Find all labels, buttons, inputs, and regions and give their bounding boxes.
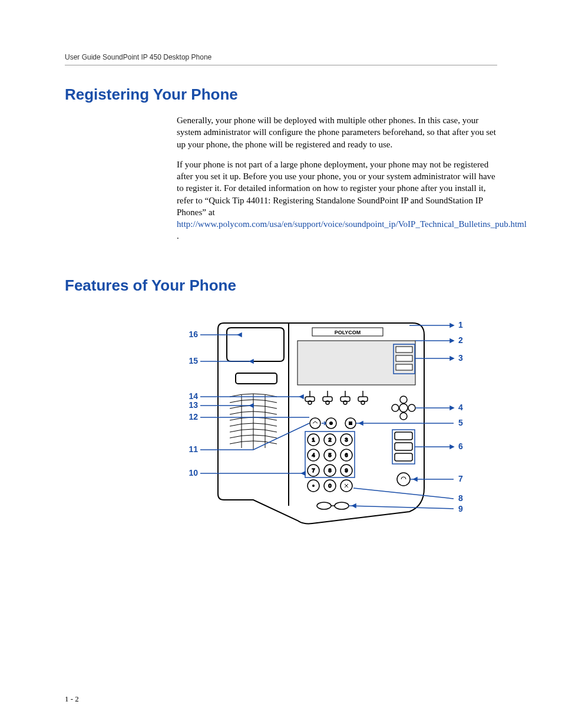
svg-text:9: 9 [345, 467, 348, 473]
svg-point-21 [392, 404, 399, 411]
registering-para2b: . [177, 231, 179, 241]
svg-rect-53 [395, 443, 412, 450]
svg-rect-28 [349, 421, 352, 425]
svg-rect-52 [395, 432, 412, 440]
svg-text:1: 1 [458, 320, 463, 330]
svg-text:10: 10 [189, 468, 198, 477]
key-9: 9 [340, 465, 352, 476]
svg-point-19 [400, 396, 407, 403]
technical-bulletins-link[interactable]: http://www.polycom.com/usa/en/support/vo… [177, 219, 527, 229]
callout-numbers-right: 1 2 3 4 5 6 7 8 9 [458, 320, 463, 513]
key-1: 1 [308, 434, 319, 446]
svg-text:9: 9 [458, 504, 463, 513]
key-0: 0 [324, 480, 336, 492]
svg-text:2: 2 [458, 335, 463, 345]
svg-point-56 [317, 502, 331, 509]
heading-registering: Registering Your Phone [65, 85, 497, 104]
key-8: 8 [324, 465, 336, 476]
brand-label: POLYCOM [312, 328, 383, 336]
key-5: 5 [324, 449, 336, 461]
svg-text:8: 8 [328, 467, 331, 473]
key-6: 6 [340, 449, 352, 461]
line-keys [396, 347, 412, 370]
svg-point-55 [397, 473, 410, 486]
svg-point-24 [310, 418, 320, 429]
registering-para2: If your phone is not part of a large pho… [177, 159, 497, 242]
svg-point-22 [408, 404, 415, 411]
header-title: User Guide SoundPoint IP 450 Desktop Pho… [65, 53, 211, 61]
svg-text:12: 12 [189, 412, 198, 421]
svg-rect-5 [396, 355, 412, 361]
svg-rect-54 [395, 453, 412, 461]
key-7: 7 [308, 465, 319, 476]
svg-point-26 [329, 421, 333, 425]
svg-text:1: 1 [312, 437, 315, 443]
feature-buttons-row [310, 418, 356, 429]
page-number: 1 - 2 [65, 694, 497, 704]
phone-diagram: POLYCOM [177, 305, 497, 541]
svg-text:5: 5 [458, 418, 463, 427]
svg-point-57 [335, 502, 349, 509]
svg-text:14: 14 [189, 391, 198, 401]
svg-text:13: 13 [189, 400, 198, 410]
dial-pad: 1 2 3 4 5 6 7 8 9 0 [308, 434, 352, 492]
key-4: 4 [308, 449, 319, 461]
svg-text:11: 11 [189, 444, 198, 454]
svg-text:4: 4 [312, 452, 315, 458]
phone-diagram-svg: POLYCOM [177, 305, 471, 541]
nav-cluster [392, 396, 415, 420]
softkeys [305, 391, 368, 404]
svg-text:7: 7 [458, 474, 463, 483]
key-3: 3 [340, 434, 352, 446]
svg-text:4: 4 [458, 403, 463, 412]
svg-text:6: 6 [345, 452, 348, 458]
svg-text:15: 15 [189, 356, 198, 365]
svg-rect-4 [396, 347, 412, 353]
headset-button [397, 473, 410, 486]
svg-text:5: 5 [328, 452, 331, 458]
key-star [308, 480, 319, 492]
svg-point-48 [312, 485, 315, 487]
svg-text:8: 8 [458, 493, 463, 503]
heading-features: Features of Your Phone [65, 276, 497, 295]
key-hash [340, 480, 352, 492]
callout-lines-left [200, 333, 309, 475]
page-header: User Guide SoundPoint IP 450 Desktop Pho… [65, 53, 497, 65]
key-2: 2 [324, 434, 336, 446]
svg-text:7: 7 [312, 467, 315, 473]
svg-rect-1 [236, 373, 277, 384]
svg-text:3: 3 [345, 437, 348, 443]
svg-text:16: 16 [189, 330, 198, 339]
registering-para1: Generally, your phone will be deployed w… [177, 114, 497, 150]
registering-body: Generally, your phone will be deployed w… [177, 114, 497, 242]
svg-point-20 [400, 413, 407, 420]
registering-para2a: If your phone is not part of a large pho… [177, 160, 495, 217]
svg-text:POLYCOM: POLYCOM [335, 330, 361, 335]
volume-rocker [317, 502, 349, 509]
right-feature-keys [395, 432, 412, 461]
svg-text:2: 2 [328, 437, 331, 443]
svg-point-23 [399, 404, 408, 412]
svg-text:3: 3 [458, 353, 463, 363]
svg-text:6: 6 [458, 442, 463, 451]
svg-text:0: 0 [328, 483, 331, 489]
svg-rect-6 [396, 364, 412, 370]
callout-numbers-left: 16 15 14 13 12 11 10 [189, 330, 198, 477]
